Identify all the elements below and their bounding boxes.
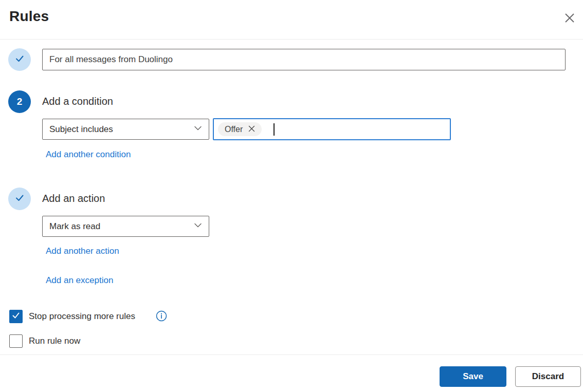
action-dropdown-value: Mark as read [49, 221, 100, 232]
discard-button[interactable]: Discard [515, 366, 581, 387]
keyword-chip-label: Offer [225, 125, 243, 134]
check-icon [11, 311, 21, 322]
rule-name-input[interactable]: For all messages from Duolingo [42, 49, 566, 70]
chevron-down-icon [193, 220, 203, 232]
close-button[interactable] [560, 9, 579, 28]
info-icon[interactable] [156, 310, 167, 324]
dialog-title: Rules [9, 8, 49, 25]
add-an-exception-link[interactable]: Add an exception [46, 275, 113, 286]
check-icon [14, 192, 25, 206]
step1-status-circle [8, 48, 31, 71]
run-rule-now-checkbox[interactable] [9, 334, 23, 348]
check-icon [14, 53, 25, 66]
header-divider [0, 39, 583, 40]
condition-dropdown[interactable]: Subject includes [42, 119, 209, 140]
action-dropdown[interactable]: Mark as read [42, 216, 209, 237]
step2-number-badge: 2 [8, 90, 31, 113]
add-another-condition-link[interactable]: Add another condition [46, 150, 131, 160]
run-rule-now-label: Run rule now [29, 336, 80, 346]
condition-value-input[interactable]: Offer [213, 118, 451, 140]
stop-processing-checkbox[interactable] [9, 310, 23, 323]
save-button[interactable]: Save [440, 366, 506, 387]
add-condition-heading: Add a condition [42, 96, 113, 107]
add-action-heading: Add an action [42, 193, 105, 204]
step3-status-circle [8, 188, 31, 210]
keyword-chip[interactable]: Offer [218, 122, 262, 136]
condition-dropdown-value: Subject includes [49, 124, 113, 135]
footer-divider [0, 354, 583, 355]
rules-dialog: Rules For all messages from Duolingo 2 A… [0, 0, 583, 392]
stop-processing-label: Stop processing more rules [29, 311, 135, 322]
rule-name-value: For all messages from Duolingo [49, 54, 173, 65]
text-cursor [274, 123, 275, 136]
chip-remove-icon[interactable] [248, 125, 255, 134]
chevron-down-icon [193, 123, 203, 135]
add-another-action-link[interactable]: Add another action [46, 246, 119, 256]
close-icon [563, 11, 576, 26]
step2-number: 2 [17, 96, 23, 107]
